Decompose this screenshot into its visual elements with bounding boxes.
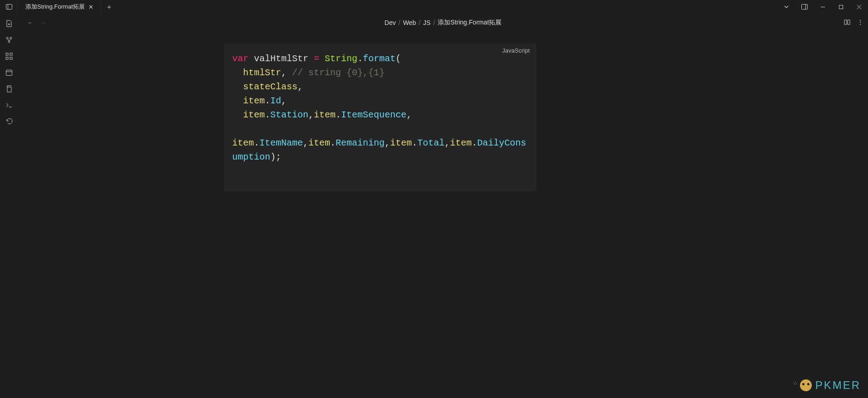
reading-mode-icon[interactable] [844, 19, 851, 27]
code-content: var valHtmlStr = String.format( htmlStr,… [232, 52, 528, 164]
activity-bar [0, 14, 18, 398]
chevron-down-icon[interactable] [777, 0, 795, 14]
minimize-button[interactable] [814, 0, 832, 14]
svg-rect-0 [6, 5, 12, 10]
breadcrumb[interactable]: Dev/ Web/ JS/ 添加String.Format拓展 [385, 19, 502, 27]
editor-area: ← → Dev/ Web/ JS/ 添加String.Format拓展 ⋮ Ja… [18, 14, 868, 398]
titlebar: 添加String.Format拓展 ✕ ＋ [0, 0, 868, 14]
sidebar-toggle-icon[interactable] [0, 0, 18, 14]
breadcrumb-part[interactable]: Web [403, 19, 416, 26]
watermark-icon [800, 379, 812, 391]
svg-point-10 [8, 41, 10, 43]
new-tab-button[interactable]: ＋ [101, 0, 117, 14]
breadcrumb-part[interactable]: JS [423, 19, 430, 26]
svg-rect-14 [10, 57, 12, 59]
nav-row: ← → Dev/ Web/ JS/ 添加String.Format拓展 ⋮ [18, 14, 868, 32]
undo-icon[interactable] [5, 117, 14, 126]
panel-toggle-icon[interactable] [795, 0, 814, 14]
grid-icon[interactable] [5, 52, 14, 61]
terminal-icon[interactable] [5, 101, 14, 110]
graph-icon[interactable] [5, 35, 14, 44]
svg-rect-13 [6, 57, 8, 59]
svg-rect-15 [6, 70, 12, 76]
tab-title: 添加String.Format拓展 [25, 3, 85, 11]
code-language-label: JavaScript [502, 47, 530, 54]
copy-icon[interactable] [5, 84, 14, 93]
maximize-button[interactable] [832, 0, 850, 14]
watermark-text: PKMER [815, 379, 861, 392]
file-plus-icon[interactable] [5, 19, 14, 28]
svg-rect-2 [802, 5, 808, 10]
close-button[interactable] [850, 0, 868, 14]
svg-rect-17 [7, 87, 11, 92]
more-icon[interactable]: ⋮ [857, 19, 863, 27]
breadcrumb-current: 添加String.Format拓展 [438, 19, 502, 27]
close-icon[interactable]: ✕ [88, 4, 93, 10]
nav-back-icon[interactable]: ← [27, 19, 34, 26]
tab-active[interactable]: 添加String.Format拓展 ✕ [18, 0, 101, 14]
calendar-icon[interactable] [5, 68, 14, 77]
breadcrumb-part[interactable]: Dev [385, 19, 396, 26]
nav-forward-icon[interactable]: → [40, 19, 46, 26]
svg-rect-11 [6, 53, 8, 55]
svg-rect-12 [10, 53, 12, 55]
code-block: JavaScript var valHtmlStr = String.forma… [224, 44, 536, 191]
watermark: ∴ PKMER [800, 379, 861, 392]
svg-rect-5 [839, 5, 843, 9]
